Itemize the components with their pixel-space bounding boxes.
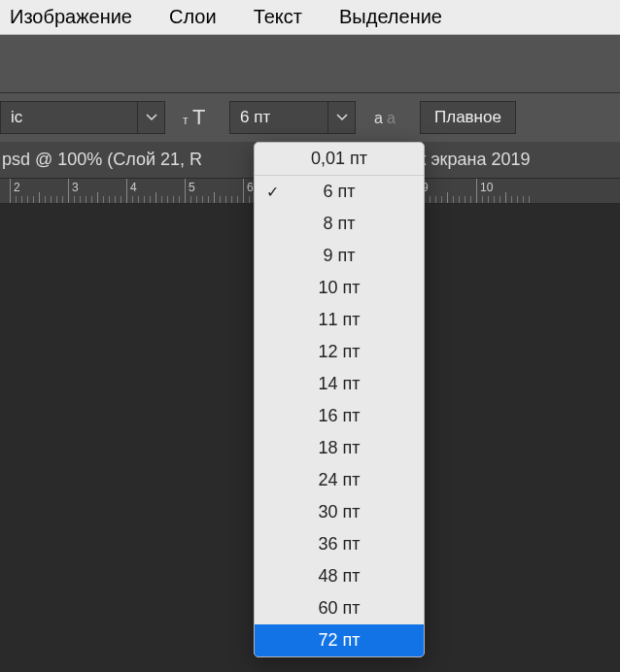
dropdown-item[interactable]: 12 пт: [255, 336, 424, 368]
ruler-minor-tick: [150, 196, 151, 203]
ruler-label: 4: [130, 181, 137, 194]
svg-text:a: a: [387, 110, 396, 126]
font-style-combo[interactable]: ic: [0, 101, 165, 134]
font-size-dropdown: 0,01 пт ✓6 пт8 пт9 пт10 пт11 пт12 пт14 п…: [254, 142, 425, 657]
ruler-minor-tick: [237, 196, 238, 203]
svg-text:т: т: [183, 114, 189, 127]
dropdown-item-label: 11 пт: [255, 310, 424, 330]
options-bar: ic т Т 6 пт a a Плавное: [0, 93, 620, 142]
dropdown-item-label: 16 пт: [255, 406, 424, 426]
ruler-minor-tick: [529, 196, 530, 203]
dropdown-item[interactable]: ✓6 пт: [255, 176, 424, 208]
dropdown-item-label: 12 пт: [255, 342, 424, 362]
dropdown-item[interactable]: 9 пт: [255, 240, 424, 272]
dropdown-item-label: 60 пт: [255, 598, 424, 619]
font-size-combo[interactable]: 6 пт: [229, 101, 356, 134]
ruler-minor-tick: [132, 196, 133, 203]
menubar: Изображение Слои Текст Выделение: [0, 0, 620, 35]
dropdown-item-label: 18 пт: [255, 438, 424, 458]
ruler-minor-tick: [447, 192, 448, 203]
ruler-minor-tick: [74, 196, 75, 203]
ruler-minor-tick: [196, 196, 197, 203]
dropdown-item-label: 30 пт: [255, 502, 424, 522]
antialias-icon: a a: [369, 101, 406, 134]
ruler-label: 2: [14, 181, 20, 194]
ruler-minor-tick: [21, 196, 22, 203]
ruler-minor-tick: [33, 196, 34, 203]
dropdown-item[interactable]: 18 пт: [255, 432, 424, 464]
check-icon: ✓: [266, 183, 279, 201]
ruler-minor-tick: [86, 196, 86, 203]
svg-text:a: a: [374, 110, 383, 126]
menu-selection[interactable]: Выделение: [339, 6, 442, 28]
ruler-minor-tick: [482, 196, 483, 203]
ruler-minor-tick: [190, 196, 191, 203]
ruler-minor-tick: [138, 196, 139, 203]
dropdown-item[interactable]: 30 пт: [255, 496, 424, 528]
dropdown-item[interactable]: 8 пт: [255, 208, 424, 240]
dropdown-item[interactable]: 48 пт: [255, 560, 424, 592]
ruler-label: 10: [480, 181, 493, 194]
dropdown-item-label: 48 пт: [255, 566, 424, 587]
ruler-minor-tick: [121, 196, 121, 203]
ruler-minor-tick: [109, 196, 110, 203]
dropdown-item[interactable]: 16 пт: [255, 400, 424, 432]
ruler-minor-tick: [523, 196, 524, 203]
ruler-label: 6: [247, 181, 254, 194]
dropdown-item-label: 36 пт: [255, 534, 424, 554]
chevron-down-icon[interactable]: [327, 102, 355, 133]
ruler-minor-tick: [505, 192, 506, 203]
ruler-minor-tick: [453, 196, 454, 203]
ruler-minor-tick: [27, 196, 28, 203]
chevron-down-icon[interactable]: [137, 102, 164, 133]
menu-layers[interactable]: Слои: [169, 6, 217, 28]
dropdown-item[interactable]: 36 пт: [255, 528, 424, 560]
document-title-left: psd @ 100% (Слой 21, R: [2, 150, 202, 170]
ruler-minor-tick: [155, 192, 156, 203]
menu-image[interactable]: Изображение: [10, 6, 132, 28]
ruler-minor-tick: [97, 192, 98, 203]
ruler-minor-tick: [494, 196, 495, 203]
dropdown-item-label: 14 пт: [255, 374, 424, 394]
ruler-minor-tick: [465, 196, 465, 203]
ruler-minor-tick: [91, 196, 92, 203]
ruler-minor-tick: [103, 196, 104, 203]
dropdown-item[interactable]: 60 пт: [255, 592, 424, 624]
ruler-minor-tick: [45, 196, 46, 203]
ruler-minor-tick: [161, 196, 162, 203]
ruler-minor-tick: [144, 196, 145, 203]
antialias-combo[interactable]: Плавное: [420, 101, 516, 134]
ruler-minor-tick: [249, 196, 250, 203]
dropdown-item-label: 6 пт: [255, 182, 424, 202]
ruler-minor-tick: [167, 196, 168, 203]
ruler-minor-tick: [179, 196, 180, 203]
font-size-value: 6 пт: [230, 108, 327, 127]
ruler-minor-tick: [115, 196, 116, 203]
dropdown-item[interactable]: 14 пт: [255, 368, 424, 400]
ruler-minor-tick: [214, 192, 215, 203]
ruler-minor-tick: [511, 196, 512, 203]
dropdown-item-label: 24 пт: [255, 470, 424, 490]
dropdown-item[interactable]: 24 пт: [255, 464, 424, 496]
ruler-minor-tick: [80, 196, 81, 203]
ruler-minor-tick: [517, 196, 518, 203]
dropdown-item[interactable]: 11 пт: [255, 304, 424, 336]
ruler-minor-tick: [62, 196, 63, 203]
dropdown-item-top[interactable]: 0,01 пт: [255, 143, 424, 175]
dropdown-item[interactable]: 72 пт: [255, 624, 424, 656]
dropdown-item-label: 9 пт: [255, 246, 424, 266]
ruler-label: 5: [189, 181, 195, 194]
ruler-label: 3: [72, 181, 79, 194]
ruler-minor-tick: [488, 196, 489, 203]
svg-text:Т: Т: [192, 107, 205, 128]
ruler-minor-tick: [435, 196, 436, 203]
font-style-value: ic: [1, 108, 137, 127]
ruler-minor-tick: [225, 196, 226, 203]
dropdown-item[interactable]: 10 пт: [255, 272, 424, 304]
ruler-minor-tick: [459, 196, 460, 203]
ruler-minor-tick: [430, 196, 431, 203]
menu-text[interactable]: Текст: [254, 6, 302, 28]
ruler-minor-tick: [441, 196, 442, 203]
dropdown-item-label: 8 пт: [255, 214, 424, 234]
ruler-minor-tick: [56, 196, 57, 203]
